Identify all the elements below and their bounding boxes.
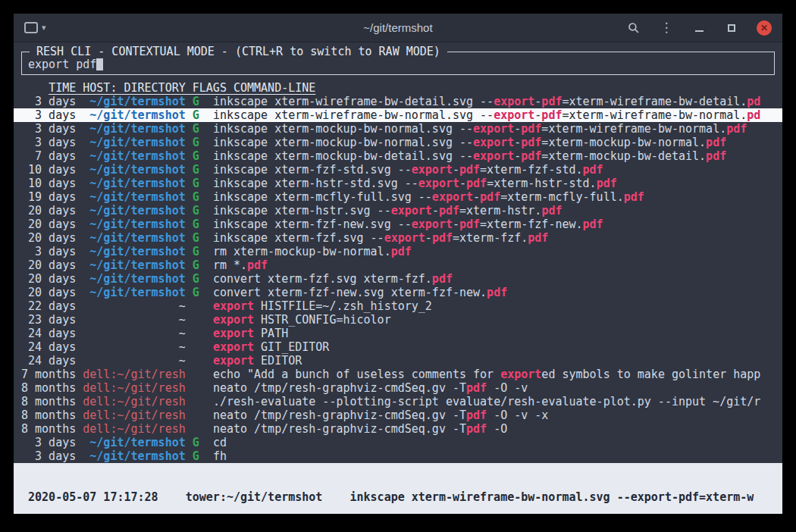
row-command-match: pdf: [706, 149, 726, 163]
row-command-match: pdf: [624, 190, 644, 204]
history-row-selected[interactable]: 3 days ~/git/termshot G inkscape xterm-w…: [14, 108, 782, 122]
row-command-text: inkscape xterm-wireframe-bw-detail.svg -…: [213, 95, 494, 108]
history-row[interactable]: 23 days ~ export HSTR_CONFIG=hicolor: [14, 313, 782, 327]
row-command-match: export: [473, 122, 514, 136]
row-command-match: export: [494, 95, 534, 108]
gap: [76, 422, 83, 436]
search-icon: [628, 22, 640, 34]
menu-button[interactable]: ⋮: [659, 20, 674, 36]
terminal-window: ▾ ~/git/termshot ⋮ ✕ RESH CLI - CONTEXTU…: [14, 14, 782, 514]
gap: [199, 272, 213, 286]
row-host-directory: ~/git/termshot: [83, 272, 185, 286]
gap: [76, 190, 83, 204]
gap: [199, 231, 213, 245]
gap: [199, 313, 213, 327]
detail-line-1: 2020-05-07 17:17:28 tower:~/git/termshot…: [21, 490, 775, 504]
minimize-icon: [695, 30, 704, 32]
row-host-directory: ~: [83, 354, 185, 368]
row-command-text: =xterm-wireframe-bw-normal.: [562, 108, 747, 122]
history-row[interactable]: 3 days ~/git/termshot G rm xterm-mockup-…: [14, 245, 782, 258]
gap: [199, 422, 213, 436]
history-row[interactable]: 10 days ~/git/termshot G inkscape xterm-…: [14, 177, 782, 190]
gap: [186, 122, 193, 136]
row-command-text: -: [459, 177, 466, 190]
history-row[interactable]: 8 months dell:~/git/resh neato /tmp/resh…: [14, 408, 782, 422]
row-command-match: pdf: [521, 149, 541, 163]
history-row[interactable]: 8 months dell:~/git/resh neato /tmp/resh…: [14, 381, 782, 395]
history-row[interactable]: 20 days ~/git/termshot G inkscape xterm-…: [14, 217, 782, 231]
history-row[interactable]: 20 days ~/git/termshot G convert xterm-f…: [14, 272, 782, 286]
tab-switcher[interactable]: ▾: [24, 22, 46, 33]
row-command-match: pdf: [521, 122, 541, 136]
history-row[interactable]: 7 days ~/git/termshot G inkscape xterm-m…: [14, 149, 782, 163]
search-button[interactable]: [626, 20, 641, 36]
gap: [76, 204, 83, 217]
gap: [186, 422, 193, 436]
history-row[interactable]: 24 days ~ export GIT_EDITOR: [14, 340, 782, 354]
row-time: 24 days: [21, 327, 76, 340]
history-row[interactable]: 3 days ~/git/termshot G fh: [14, 449, 782, 463]
row-host-directory: ~/git/termshot: [83, 286, 185, 299]
history-row[interactable]: 3 days ~/git/termshot G inkscape xterm-m…: [14, 122, 782, 136]
row-command-text: ed symbols to make golinter happ: [541, 368, 760, 381]
row-command-text: convert xterm-fzf-new.svg xterm-fzf-new.: [213, 286, 487, 299]
row-command-match: pdf: [459, 163, 480, 177]
row-host-directory: ~/git/termshot: [83, 449, 185, 463]
row-command-match: pdf: [466, 408, 487, 422]
row-flags: G: [193, 108, 199, 122]
row-host-directory: ~/git/termshot: [83, 149, 185, 163]
row-command-text: -: [534, 95, 541, 108]
gap: [186, 136, 193, 149]
row-host-directory: ~/git/termshot: [83, 231, 185, 245]
row-command-text: =xterm-fzf.: [453, 231, 528, 245]
history-row[interactable]: 24 days ~ export EDITOR: [14, 354, 782, 368]
row-command-text: =xterm-fzf-std.: [480, 163, 582, 177]
row-time: 7 days: [21, 149, 76, 163]
history-row[interactable]: 20 days ~/git/termshot G convert xterm-f…: [14, 286, 782, 299]
history-row[interactable]: 20 days ~/git/termshot G inkscape xterm-…: [14, 231, 782, 245]
history-row[interactable]: 3 days ~/git/termshot G inkscape xterm-m…: [14, 136, 782, 149]
row-time: 20 days: [21, 217, 76, 231]
minimize-button[interactable]: [691, 20, 707, 36]
row-command-match: export: [412, 217, 453, 231]
gap: [76, 136, 83, 149]
history-row[interactable]: 3 days ~/git/termshot G cd: [14, 436, 782, 449]
close-button[interactable]: ✕: [757, 20, 772, 36]
row-host-directory: ~/git/termshot: [83, 163, 185, 177]
history-row[interactable]: 19 days ~/git/termshot G inkscape xterm-…: [14, 190, 782, 204]
history-row[interactable]: 10 days ~/git/termshot G inkscape xterm-…: [14, 163, 782, 177]
gap: [199, 381, 213, 395]
row-time: 3 days: [21, 449, 76, 463]
restore-button[interactable]: [724, 20, 739, 36]
search-input[interactable]: export pdf: [28, 58, 768, 71]
row-command-text: -: [453, 217, 459, 231]
row-command-match: export: [473, 149, 514, 163]
row-command-match: export: [213, 299, 254, 313]
row-command-text: neato /tmp/resh-graphviz-cmdSeq.gv -T: [213, 422, 466, 436]
history-row[interactable]: 8 months dell:~/git/resh ./resh-evaluate…: [14, 395, 782, 408]
row-flags: G: [193, 449, 199, 463]
row-time: 24 days: [21, 340, 76, 354]
row-flags: [193, 327, 199, 340]
history-row[interactable]: 24 days ~ export PATH: [14, 327, 782, 340]
history-row[interactable]: 22 days ~ export HISTFILE=~/.zsh_history…: [14, 299, 782, 313]
history-row[interactable]: 8 months dell:~/git/resh neato /tmp/resh…: [14, 422, 782, 436]
row-command-text: inkscape xterm-fzf.svg --: [213, 231, 384, 245]
gap: [186, 245, 193, 258]
history-row[interactable]: 20 days ~/git/termshot G inkscape xterm-…: [14, 204, 782, 217]
history-row[interactable]: 7 months dell:~/git/resh echo "Add a bun…: [14, 368, 782, 381]
gap: [186, 299, 193, 313]
history-row[interactable]: 3 days ~/git/termshot G inkscape xterm-w…: [14, 95, 782, 108]
row-flags: G: [193, 122, 199, 136]
terminal-content: RESH CLI - CONTEXTUAL MODE - (CTRL+R to …: [14, 42, 782, 514]
row-command-match: pdf: [459, 217, 480, 231]
row-command-text: -O -v: [487, 381, 528, 395]
gap: [76, 313, 83, 327]
gap: [76, 177, 83, 190]
gap: [76, 122, 83, 136]
gap: [186, 204, 193, 217]
row-command-text: -: [432, 204, 439, 217]
history-row[interactable]: 20 days ~/git/termshot G rm *.pdf: [14, 258, 782, 272]
gap: [199, 149, 213, 163]
gap: [199, 258, 213, 272]
